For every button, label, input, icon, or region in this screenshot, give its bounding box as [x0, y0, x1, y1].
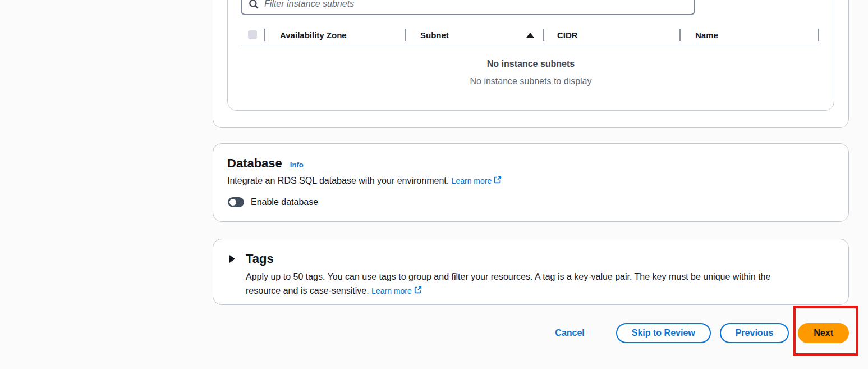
- enable-database-label: Enable database: [251, 197, 318, 207]
- skip-to-review-button[interactable]: Skip to Review: [616, 323, 711, 343]
- column-divider: [818, 29, 819, 41]
- column-label: Availability Zone: [280, 30, 347, 40]
- tags-description-line1: Apply up to 50 tags. You can use tags to…: [246, 270, 839, 284]
- tags-description-text: resource and is case-sensitive.: [246, 286, 369, 295]
- subnet-filter-input[interactable]: [264, 0, 687, 9]
- subnet-table-empty-state: No instance subnets No instance subnets …: [227, 57, 834, 88]
- column-label: Name: [695, 30, 718, 40]
- toggle-knob: [229, 199, 236, 206]
- select-all-cell: [241, 25, 264, 45]
- previous-button[interactable]: Previous: [720, 323, 789, 343]
- select-all-checkbox[interactable]: [248, 30, 257, 39]
- expand-triangle-icon: [229, 255, 235, 263]
- learn-more-label: Learn more: [452, 174, 492, 188]
- enable-database-row: Enable database: [228, 197, 318, 207]
- tags-expander[interactable]: Tags: [229, 252, 274, 266]
- database-header: Database Info: [227, 156, 304, 171]
- tags-learn-more-link[interactable]: Learn more: [371, 284, 422, 298]
- tags-description-line2: resource and is case-sensitive. Learn mo…: [246, 284, 839, 298]
- search-icon: [249, 0, 259, 9]
- enable-database-toggle[interactable]: [228, 197, 244, 207]
- database-title: Database: [227, 156, 282, 171]
- empty-state-title: No instance subnets: [227, 57, 834, 71]
- external-link-icon: [414, 284, 422, 298]
- database-info-link[interactable]: Info: [290, 161, 304, 169]
- screen: Availability Zone Subnet CIDR Name No in…: [0, 0, 868, 369]
- tags-description: Apply up to 50 tags. You can use tags to…: [246, 270, 839, 298]
- column-header-subnet[interactable]: Subnet: [406, 25, 543, 45]
- database-learn-more-link[interactable]: Learn more: [452, 174, 502, 188]
- subnet-filter-field: [241, 0, 695, 15]
- subnet-table-header: Availability Zone Subnet CIDR Name: [241, 25, 821, 45]
- database-section: Database Info Integrate an RDS SQL datab…: [213, 143, 849, 222]
- sort-ascending-icon: [526, 33, 534, 38]
- column-header-name[interactable]: Name: [681, 25, 818, 45]
- next-button[interactable]: Next: [798, 323, 849, 343]
- column-header-cidr[interactable]: CIDR: [544, 25, 679, 45]
- column-header-availability-zone[interactable]: Availability Zone: [265, 25, 405, 45]
- tags-title: Tags: [246, 252, 274, 266]
- database-description: Integrate an RDS SQL database with your …: [227, 176, 449, 185]
- empty-state-message: No instance subnets to display: [227, 75, 834, 88]
- external-link-icon: [494, 174, 502, 188]
- column-label: CIDR: [557, 30, 578, 40]
- wizard-actions: Cancel Skip to Review Previous Next: [213, 323, 849, 343]
- learn-more-label: Learn more: [371, 284, 412, 298]
- tags-section: Tags Apply up to 50 tags. You can use ta…: [213, 239, 849, 305]
- database-description-row: Integrate an RDS SQL database with your …: [227, 174, 502, 188]
- cancel-button[interactable]: Cancel: [555, 323, 584, 343]
- column-label: Subnet: [420, 30, 449, 40]
- instance-subnets-table-panel: [227, 0, 834, 111]
